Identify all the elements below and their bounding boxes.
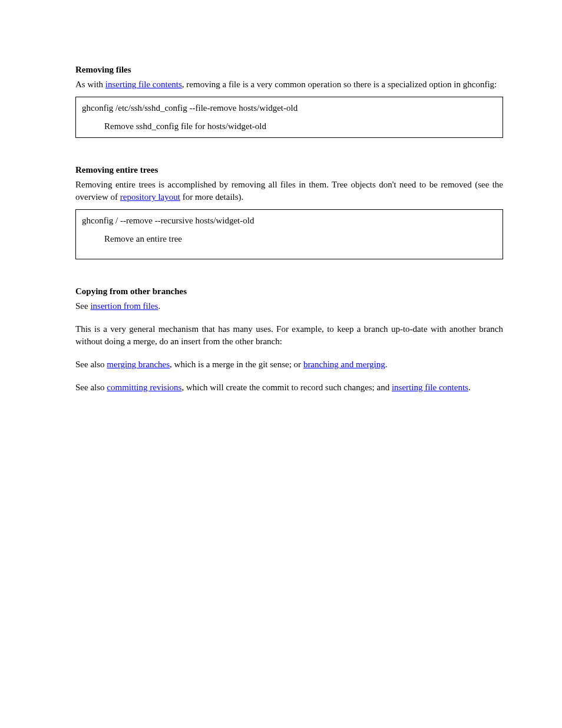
link-repository-layout[interactable]: repository layout (120, 192, 180, 202)
text: . (468, 383, 471, 392)
paragraph: As with inserting file contents, removin… (75, 78, 503, 91)
text: for more details). (180, 192, 243, 202)
text: See also (75, 383, 107, 392)
heading-removing-files: Removing files (75, 64, 503, 76)
text: , removing a file is a very common opera… (182, 80, 497, 89)
link-inserting-file-contents[interactable]: inserting file contents (105, 80, 182, 89)
link-merging-branches[interactable]: merging branches (107, 360, 170, 369)
text: , which will create the commit to record… (181, 383, 392, 392)
paragraph: See also merging branches, which is a me… (75, 358, 503, 371)
text: , which is a merge in the git sense; or (170, 360, 303, 369)
link-insertion-from-files[interactable]: insertion from files (90, 301, 158, 311)
paragraph: Removing entire trees is accomplished by… (75, 179, 503, 203)
text: See also (75, 360, 107, 369)
link-committing-revisions[interactable]: committing revisions (107, 383, 181, 392)
link-inserting-file-contents-2[interactable]: inserting file contents (392, 383, 468, 392)
code-box-remove-file: ghconfig /etc/ssh/sshd_config --file-rem… (75, 97, 503, 138)
heading-copying-branches: Copying from other branches (75, 285, 503, 298)
text: . (385, 360, 388, 369)
paragraph: See insertion from files. (75, 300, 503, 312)
code-line: ghconfig /etc/ssh/sshd_config --file-rem… (82, 103, 297, 113)
code-comment: Remove sshd_config file for hosts/widget… (82, 120, 497, 133)
text: As with (75, 80, 105, 89)
text: See (75, 301, 90, 311)
link-branching-and-merging[interactable]: branching and merging (303, 360, 385, 369)
text: . (158, 301, 160, 311)
heading-removing-trees: Removing entire trees (75, 164, 503, 176)
code-line: ghconfig / --remove --recursive hosts/wi… (82, 216, 254, 225)
paragraph: See also committing revisions, which wil… (75, 381, 503, 394)
code-comment: Remove an entire tree (82, 233, 497, 245)
code-box-remove-tree: ghconfig / --remove --recursive hosts/wi… (75, 209, 503, 259)
paragraph: This is a very general mechanism that ha… (75, 323, 503, 348)
